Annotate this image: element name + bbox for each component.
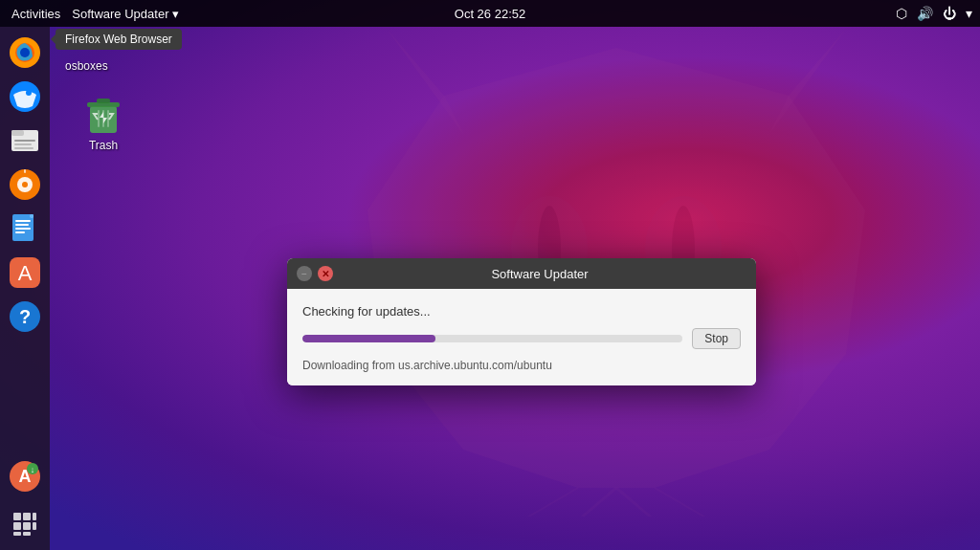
svg-rect-23 <box>14 140 35 142</box>
svg-rect-36 <box>30 214 33 218</box>
dock-item-thunderbird[interactable] <box>5 77 45 117</box>
show-applications-button[interactable] <box>5 504 45 544</box>
svg-rect-33 <box>15 224 29 226</box>
svg-marker-1 <box>387 29 463 134</box>
dock: A ? A ↓ <box>0 27 50 550</box>
dialog-title: Software Updater <box>333 267 746 281</box>
trash-icon <box>80 91 126 137</box>
trash-icon-desktop[interactable]: Trash <box>65 91 142 152</box>
activities-button[interactable]: Activities <box>8 7 64 21</box>
svg-rect-48 <box>23 522 31 530</box>
svg-rect-24 <box>14 143 32 145</box>
svg-rect-29 <box>24 169 26 173</box>
network-icon[interactable]: ⬡ <box>896 6 907 21</box>
svg-rect-51 <box>33 513 36 520</box>
topbar: Activities Software Updater ▾ Oct 26 22:… <box>0 0 980 27</box>
topbar-left: Activities Software Updater ▾ <box>8 7 179 21</box>
dock-item-firefox[interactable] <box>5 33 45 73</box>
dialog-body: Checking for updates... Stop Downloading… <box>287 289 756 385</box>
dialog-progress-row: Stop <box>302 328 741 349</box>
svg-marker-2 <box>769 29 846 134</box>
svg-rect-34 <box>15 228 31 230</box>
svg-rect-49 <box>13 532 21 536</box>
trash-svg <box>80 91 126 137</box>
svg-text:?: ? <box>19 306 31 327</box>
trash-label: Trash <box>89 139 118 152</box>
dock-item-files[interactable] <box>5 121 45 161</box>
dialog-source-text: Downloading from us.archive.ubuntu.com/u… <box>302 359 741 372</box>
updater-icon: A ↓ <box>8 459 42 494</box>
dialog-close-button[interactable]: ✕ <box>318 266 333 281</box>
help-icon: ? <box>8 299 42 334</box>
progress-bar-background <box>302 335 682 342</box>
system-menu-arrow[interactable]: ▾ <box>966 6 972 21</box>
progress-bar-fill <box>302 335 435 342</box>
svg-text:↓: ↓ <box>31 465 35 474</box>
dialog-status-text: Checking for updates... <box>302 304 741 319</box>
svg-rect-22 <box>11 130 24 136</box>
dock-item-help[interactable]: ? <box>5 297 45 337</box>
app-menu-arrow: ▾ <box>172 7 179 21</box>
svg-rect-35 <box>15 231 25 233</box>
svg-rect-45 <box>13 513 21 520</box>
desktop: Activities Software Updater ▾ Oct 26 22:… <box>0 0 980 550</box>
svg-rect-46 <box>23 513 31 520</box>
appstore-icon: A <box>8 255 42 290</box>
svg-rect-58 <box>107 110 109 127</box>
dialog-controls: − ✕ <box>297 266 333 281</box>
svg-rect-32 <box>15 220 31 222</box>
svg-point-28 <box>22 182 28 187</box>
svg-point-20 <box>26 90 32 96</box>
app-name-label: Software Updater <box>72 7 168 21</box>
svg-rect-47 <box>13 522 21 530</box>
rhythmbox-icon <box>8 167 42 202</box>
dialog-titlebar: − ✕ Software Updater <box>287 258 756 289</box>
svg-rect-52 <box>33 522 36 530</box>
svg-text:A: A <box>18 261 33 285</box>
svg-rect-55 <box>97 99 110 103</box>
stop-button[interactable]: Stop <box>692 328 741 349</box>
dock-item-updater[interactable]: A ↓ <box>5 456 45 496</box>
svg-rect-50 <box>23 532 31 536</box>
dock-item-rhythmbox[interactable] <box>5 165 45 205</box>
svg-line-15 <box>655 488 769 517</box>
svg-rect-25 <box>14 147 33 149</box>
svg-rect-56 <box>98 110 100 127</box>
dock-item-appstore[interactable]: A <box>5 253 45 293</box>
svg-rect-57 <box>102 110 104 127</box>
topbar-datetime[interactable]: Oct 26 22:52 <box>455 7 525 21</box>
sound-icon[interactable]: 🔊 <box>917 6 933 21</box>
writer-icon <box>9 212 41 245</box>
dock-item-writer[interactable] <box>5 209 45 249</box>
topbar-right: ⬡ 🔊 ⏻ ▾ <box>896 6 972 21</box>
topbar-app-name[interactable]: Software Updater ▾ <box>72 7 179 21</box>
power-icon[interactable]: ⏻ <box>943 6 956 21</box>
dialog-minimize-button[interactable]: − <box>297 266 312 281</box>
firefox-icon <box>8 35 42 70</box>
svg-line-14 <box>463 488 578 517</box>
files-icon <box>9 124 41 157</box>
svg-point-18 <box>20 48 30 57</box>
osboxes-label: osboxes <box>65 59 108 73</box>
thunderbird-icon <box>8 79 42 114</box>
grid-icon <box>11 511 38 538</box>
software-updater-dialog[interactable]: − ✕ Software Updater Checking for update… <box>287 258 756 385</box>
firefox-tooltip: Firefox Web Browser <box>56 29 182 50</box>
